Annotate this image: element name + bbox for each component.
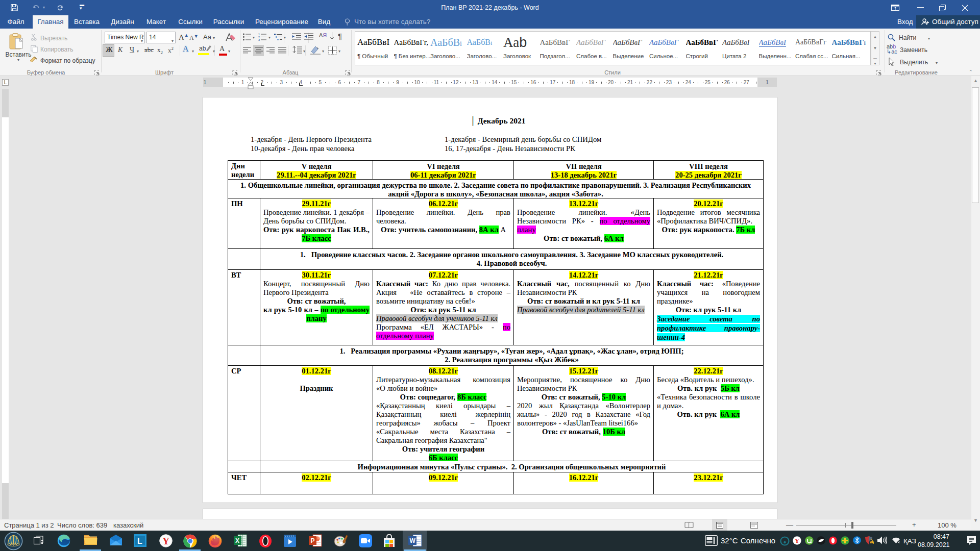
svg-text:P: P [311,537,315,544]
svg-text:X: X [235,537,239,544]
svg-text:Y: Y [795,537,800,544]
svg-text:W: W [410,537,416,544]
svg-text:3: 3 [258,38,260,41]
svg-text:Y: Y [162,536,169,546]
svg-text:L: L [137,537,142,545]
